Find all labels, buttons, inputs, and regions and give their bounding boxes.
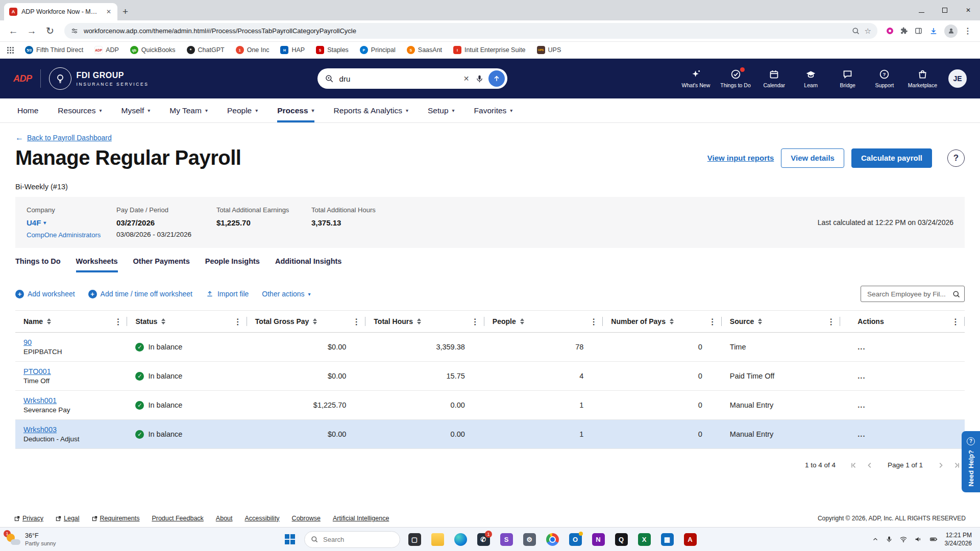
bookmark-star-icon[interactable]: ☆ — [865, 27, 871, 36]
marketplace-button[interactable]: Marketplace — [908, 69, 937, 88]
taskbar-search-input[interactable] — [322, 535, 394, 544]
acrobat-icon[interactable]: A — [681, 531, 699, 548]
bookmark-saasant[interactable]: SSaasAnt — [407, 46, 442, 54]
calendar-button[interactable]: Calendar — [761, 69, 788, 88]
wifi-icon[interactable] — [899, 535, 908, 543]
search-icon[interactable] — [952, 290, 960, 298]
nav-people[interactable]: People▾ — [227, 98, 258, 122]
user-avatar[interactable]: JE — [948, 69, 967, 88]
tab-worksheets[interactable]: Worksheets — [76, 257, 118, 272]
bookmark-intuit[interactable]: IIntuit Enterprise Suite — [453, 46, 526, 54]
column-header-gross-pay[interactable]: Total Gross Pay⋮ — [247, 311, 366, 332]
sort-icon[interactable] — [520, 318, 524, 324]
nav-reports-analytics[interactable]: Reports & Analytics▾ — [334, 98, 408, 122]
footer-cobrowse-link[interactable]: Cobrowse — [292, 515, 321, 522]
bookmark-principal[interactable]: PPrincipal — [360, 46, 396, 54]
back-button[interactable]: ← — [5, 23, 21, 39]
worksheet-name-link[interactable]: PTO001 — [23, 367, 51, 375]
nav-my-team[interactable]: My Team▾ — [169, 98, 208, 122]
zoom-icon[interactable] — [852, 27, 860, 35]
company-selector[interactable]: U4F▾ — [27, 218, 116, 227]
phone-link-icon[interactable]: 1✆ — [475, 531, 492, 548]
footer-requirements-link[interactable]: Requirements — [92, 515, 140, 522]
media-app-icon[interactable]: S — [498, 531, 515, 548]
learn-button[interactable]: Learn — [798, 69, 824, 88]
clock[interactable]: 12:21 PM 3/24/2026 — [945, 531, 972, 547]
task-view-icon[interactable]: ▢ — [406, 531, 423, 548]
tab-people-insights[interactable]: People Insights — [205, 257, 260, 272]
forward-button[interactable]: → — [23, 23, 40, 39]
import-file-button[interactable]: Import file — [206, 290, 249, 298]
extensions-puzzle-icon[interactable] — [899, 27, 908, 35]
column-header-total-hours[interactable]: Total Hours⋮ — [365, 311, 484, 332]
column-menu-icon[interactable]: ⋮ — [471, 317, 479, 327]
add-worksheet-button[interactable]: + Add worksheet — [15, 290, 75, 298]
outlook-icon[interactable]: O — [567, 531, 584, 548]
tab-things-to-do[interactable]: Things to Do — [15, 257, 61, 272]
column-menu-icon[interactable]: ⋮ — [352, 317, 360, 327]
column-menu-icon[interactable]: ⋮ — [827, 317, 835, 327]
row-actions-menu[interactable]: ... — [857, 430, 865, 438]
previous-page-icon[interactable] — [866, 462, 873, 469]
downloads-icon[interactable] — [929, 27, 938, 36]
bookmark-ups[interactable]: UPSUPS — [537, 46, 561, 54]
calculate-payroll-button[interactable]: Calculate payroll — [851, 148, 932, 168]
volume-icon[interactable] — [914, 535, 922, 543]
edge-icon[interactable] — [452, 531, 469, 548]
column-menu-icon[interactable]: ⋮ — [708, 317, 717, 327]
support-button[interactable]: ? Support — [871, 69, 898, 88]
search-submit-button[interactable] — [488, 70, 505, 87]
add-time-worksheet-button[interactable]: + Add time / time off worksheet — [88, 290, 192, 298]
reload-button[interactable]: ↻ — [42, 23, 58, 39]
tab-additional-insights[interactable]: Additional Insights — [275, 257, 342, 272]
nav-resources[interactable]: Resources▾ — [58, 98, 102, 122]
taskbar-search[interactable] — [304, 531, 400, 548]
excel-icon[interactable]: X — [635, 531, 653, 548]
column-header-number-of-pays[interactable]: Number of Pays⋮ — [603, 311, 722, 332]
column-menu-icon[interactable]: ⋮ — [951, 317, 960, 327]
nav-setup[interactable]: Setup▾ — [428, 98, 455, 122]
browser-tab[interactable]: A ADP Workforce Now - Manage ✕ — [4, 3, 117, 20]
need-help-tab[interactable]: ? Need Help? — [962, 431, 980, 492]
footer-product-feedback-link[interactable]: Product Feedback — [152, 515, 203, 522]
bookmark-chatgpt[interactable]: *ChatGPT — [187, 46, 225, 54]
other-actions-dropdown[interactable]: Other actions ▾ — [262, 290, 310, 298]
nav-favorites[interactable]: Favorites▾ — [474, 98, 513, 122]
settings-icon[interactable]: ⚙ — [521, 531, 538, 548]
footer-privacy-link[interactable]: Privacy — [14, 515, 43, 522]
sort-icon[interactable] — [670, 318, 674, 324]
tab-other-payments[interactable]: Other Payments — [133, 257, 190, 272]
site-settings-icon[interactable] — [70, 27, 79, 35]
worksheet-name-link[interactable]: Wrksh003 — [23, 425, 57, 434]
employee-search-input[interactable] — [866, 290, 952, 298]
bridge-button[interactable]: Bridge — [835, 69, 861, 88]
nav-process[interactable]: Process▾ — [277, 98, 314, 122]
first-page-icon[interactable] — [850, 462, 857, 469]
sort-icon[interactable] — [313, 318, 317, 324]
next-page-icon[interactable] — [937, 462, 944, 469]
tab-close-icon[interactable]: ✕ — [104, 7, 113, 16]
row-actions-menu[interactable]: ... — [857, 372, 865, 380]
sort-icon[interactable] — [758, 318, 762, 324]
row-actions-menu[interactable]: ... — [857, 343, 865, 351]
chrome-icon[interactable] — [544, 531, 561, 548]
extension-pink-icon[interactable] — [887, 28, 893, 34]
company-admin-link[interactable]: CompOne Administrators — [27, 231, 116, 239]
microphone-icon[interactable] — [475, 74, 484, 83]
bookmark-fifth-third[interactable]: 5/3Fifth Third Direct — [25, 46, 83, 54]
browser-profile-icon[interactable] — [944, 24, 958, 38]
things-to-do-button[interactable]: Things to Do — [720, 69, 751, 88]
calculator-icon[interactable]: ▦ — [658, 531, 676, 548]
window-maximize-button[interactable] — [933, 0, 957, 20]
table-row[interactable]: PTO001Time Off ✓In balance $0.00 15.75 4… — [15, 362, 965, 391]
view-details-button[interactable]: View details — [781, 148, 844, 168]
row-actions-menu[interactable]: ... — [857, 401, 865, 409]
nav-home[interactable]: Home — [17, 98, 38, 122]
window-close-button[interactable]: ✕ — [957, 0, 980, 20]
column-menu-icon[interactable]: ⋮ — [114, 317, 122, 327]
new-tab-button[interactable]: + — [122, 6, 128, 17]
bookmark-one-inc[interactable]: 1One Inc — [236, 46, 270, 54]
bookmark-adp[interactable]: ADPADP — [94, 46, 119, 54]
last-page-icon[interactable] — [953, 462, 961, 469]
sort-icon[interactable] — [161, 318, 165, 324]
